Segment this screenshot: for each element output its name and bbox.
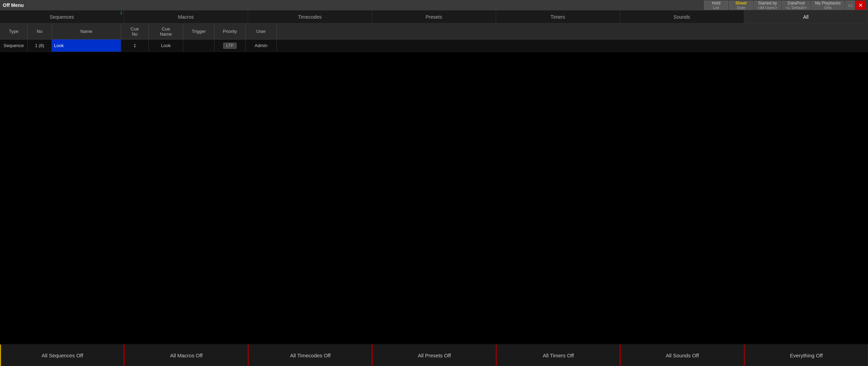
all-presets-off-button[interactable]: All Presets Off	[372, 345, 496, 366]
cell-type: Sequence	[0, 39, 28, 52]
all-timers-off-button[interactable]: All Timers Off	[496, 345, 620, 366]
col-header-no: No	[28, 24, 52, 39]
all-timecodes-off-button[interactable]: All Timecodes Off	[248, 345, 372, 366]
sheet-style-label-line1: Sheet	[735, 1, 747, 6]
my-playbacks-label-line1: My Playbacks	[815, 1, 841, 6]
cell-priority: LTP	[214, 39, 246, 52]
cell-cuename: Look	[149, 39, 183, 52]
all-timers-off-label: All Timers Off	[543, 352, 574, 358]
tab-all-label: All	[803, 14, 808, 20]
tab-bar: Sequences 1 Macros Timecodes Presets Tim…	[0, 10, 868, 24]
cell-user: Admin	[246, 39, 277, 52]
close-button[interactable]: ✕	[856, 1, 865, 10]
col-header-trigger: Trigger	[183, 24, 214, 39]
all-macros-off-button[interactable]: All Macros Off	[124, 345, 248, 366]
tab-sounds[interactable]: Sounds	[620, 10, 744, 23]
tab-presets[interactable]: Presets	[372, 10, 496, 23]
col-header-cueno: CueNo	[121, 24, 149, 39]
all-sequences-off-label: All Sequences Off	[42, 352, 83, 358]
started-by-button[interactable]: Started by <All Users>	[754, 1, 781, 10]
tab-sounds-label: Sounds	[674, 14, 690, 20]
priority-badge: LTP	[223, 43, 237, 49]
all-sequences-off-button[interactable]: All Sequences Off	[0, 345, 124, 366]
tab-sequences[interactable]: Sequences 1	[0, 10, 124, 23]
datapool-label-line1: DataPool	[788, 1, 805, 6]
my-playbacks-button[interactable]: My Playbacks Only	[811, 1, 844, 10]
all-sounds-off-label: All Sounds Off	[666, 352, 699, 358]
bottom-bar: All Sequences Off All Macros Off All Tim…	[0, 344, 868, 366]
tab-all[interactable]: All	[744, 10, 868, 23]
table-area: Type No Name CueNo CueName Trigger Prior…	[0, 24, 868, 52]
col-header-name: Name	[52, 24, 121, 39]
top-bar: Off Menu Hold List Sheet Style Started b…	[0, 0, 868, 10]
cell-name: Look	[52, 39, 121, 52]
my-playbacks-label-line2: Only	[824, 6, 832, 10]
col-header-cuename: CueName	[149, 24, 183, 39]
hold-list-label-line2: List	[713, 6, 719, 10]
all-timecodes-off-label: All Timecodes Off	[290, 352, 330, 358]
tab-macros[interactable]: Macros	[124, 10, 248, 23]
sheet-style-label-line2: Style	[737, 6, 745, 10]
col-header-user: User	[246, 24, 277, 39]
sheet-style-button[interactable]: Sheet Style	[729, 1, 753, 10]
tab-macros-label: Macros	[178, 14, 194, 20]
top-bar-controls: Hold List Sheet Style Started by <All Us…	[704, 1, 865, 10]
tab-timecodes[interactable]: Timecodes	[248, 10, 372, 23]
table-row[interactable]: Sequence 1 (8) Look 1 Look LTP Admin	[0, 39, 868, 52]
tab-timecodes-label: Timecodes	[298, 14, 322, 20]
all-sounds-off-button[interactable]: All Sounds Off	[620, 345, 744, 366]
everything-off-button[interactable]: Everything Off	[744, 345, 868, 366]
monitor-icon[interactable]: ▭	[845, 1, 855, 10]
datapool-label-line2: <1 'Default'>	[786, 6, 807, 10]
col-header-priority: Priority	[214, 24, 246, 39]
hold-list-button[interactable]: Hold List	[704, 1, 728, 10]
all-presets-off-label: All Presets Off	[418, 352, 451, 358]
tab-sequences-indicator: 1	[120, 11, 122, 15]
started-by-label-line2: <All Users>	[758, 6, 777, 10]
app-title: Off Menu	[3, 2, 24, 8]
tab-timers[interactable]: Timers	[496, 10, 620, 23]
cell-trigger	[183, 39, 214, 52]
tab-sequences-label: Sequences	[50, 14, 74, 20]
cell-no: 1 (8)	[28, 39, 52, 52]
started-by-label-line1: Started by	[758, 1, 777, 6]
all-macros-off-label: All Macros Off	[170, 352, 203, 358]
tab-presets-label: Presets	[426, 14, 442, 20]
column-headers: Type No Name CueNo CueName Trigger Prior…	[0, 24, 868, 39]
datapool-button[interactable]: DataPool <1 'Default'>	[782, 1, 811, 10]
cell-cueno: 1	[121, 39, 149, 52]
everything-off-label: Everything Off	[790, 352, 823, 358]
tab-timers-label: Timers	[550, 14, 565, 20]
hold-list-label-line1: Hold	[712, 1, 721, 6]
col-header-type: Type	[0, 24, 28, 39]
